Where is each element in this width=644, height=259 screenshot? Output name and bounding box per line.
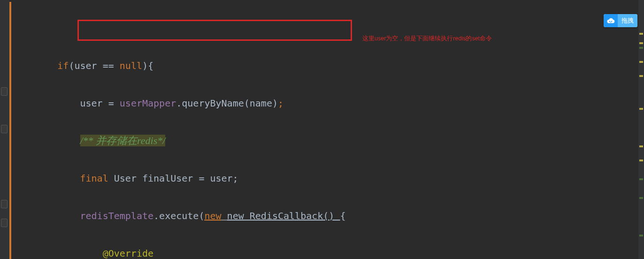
gutter-fold-icon[interactable] xyxy=(1,125,8,133)
floating-toolbar[interactable]: 拖拽 xyxy=(604,14,637,27)
keyword-if: if xyxy=(57,60,69,71)
field-ref: redisTemplate xyxy=(80,210,154,221)
editor-error-stripe[interactable] xyxy=(638,0,644,259)
field-ref: userMapper xyxy=(120,98,176,109)
code-line: if(user == null){ xyxy=(12,56,644,75)
anon-class: new new RedisCallback() xyxy=(204,210,340,221)
highlight-box xyxy=(77,20,352,41)
code-content[interactable]: if(user == null){ user = userMapper.quer… xyxy=(9,0,644,259)
annotation-override: @Override xyxy=(103,248,153,259)
doc-comment: /** 并存储在redis*/ xyxy=(80,135,166,146)
code-line: user = userMapper.queryByName(name); xyxy=(12,94,644,113)
gutter-fold-icon[interactable] xyxy=(1,87,8,96)
editor-gutter xyxy=(0,0,9,259)
change-marker xyxy=(9,2,11,259)
code-line: final User finalUser = user; xyxy=(12,169,644,188)
code-editor[interactable]: if(user == null){ user = userMapper.quer… xyxy=(0,0,644,259)
code-line: /** 并存储在redis*/ xyxy=(12,131,644,150)
keyword-final: final xyxy=(80,173,108,184)
toolbar-drag-label[interactable]: 拖拽 xyxy=(618,14,637,27)
cloud-icon[interactable] xyxy=(604,14,618,27)
keyword-null: null xyxy=(120,60,142,71)
code-line: redisTemplate.execute(new new RedisCallb… xyxy=(12,206,644,225)
code-line: @Override xyxy=(12,244,644,259)
annotation-note: 这里user为空，但是下面继续执行redis的set命令 xyxy=(362,29,492,48)
svg-point-5 xyxy=(611,21,612,22)
svg-point-4 xyxy=(609,21,610,22)
gutter-fold-icon[interactable] xyxy=(1,200,8,208)
svg-rect-3 xyxy=(608,21,613,23)
gutter-fold-icon[interactable] xyxy=(1,219,8,227)
